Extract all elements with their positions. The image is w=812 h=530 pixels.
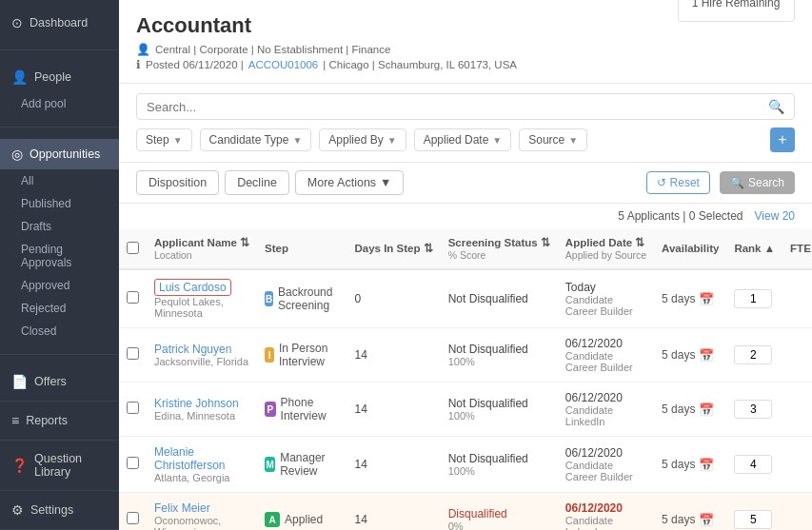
- applied-by-filter[interactable]: Applied By ▼: [319, 128, 406, 151]
- rank-input[interactable]: [734, 400, 772, 419]
- sidebar-item-dashboard[interactable]: ⊙ Dashboard: [0, 8, 119, 38]
- calendar-icon[interactable]: 📅: [699, 513, 714, 527]
- step-cell: I In Person Interview: [257, 328, 347, 383]
- screening-cell: Not Disqualified 100%: [441, 383, 558, 437]
- applicants-count: 5 Applicants | 0 Selected: [618, 209, 743, 223]
- applied-source: CandidateCareer Builder: [565, 294, 646, 317]
- step-badge: M Manager Review: [265, 451, 339, 478]
- table-container: Applicant Name ⇅ Location Step Days In S…: [119, 228, 812, 530]
- table-row: Kristine Johnson Edina, Minnesota P Phon…: [119, 383, 812, 437]
- meta-posted: Posted 06/11/2020 |: [146, 59, 244, 70]
- row-checkbox[interactable]: [127, 457, 139, 469]
- disposition-button[interactable]: Disposition: [136, 170, 219, 195]
- sidebar-item-people[interactable]: 👤 People: [0, 62, 119, 92]
- col-rank[interactable]: Rank ▲: [726, 228, 782, 269]
- rank-input[interactable]: [734, 289, 772, 308]
- rank-input[interactable]: [734, 455, 772, 474]
- rank-cell: [726, 383, 782, 437]
- action-buttons: Disposition Decline More Actions ▼: [136, 170, 404, 195]
- col-avail: Availability: [654, 228, 726, 269]
- search-btn-label: Search: [748, 176, 784, 189]
- calendar-icon[interactable]: 📅: [699, 292, 714, 306]
- more-actions-chevron-icon: ▼: [380, 176, 391, 189]
- more-actions-button[interactable]: More Actions ▼: [295, 170, 405, 195]
- applied-date-cell: 06/12/2020 CandidateLinkedIn: [558, 383, 654, 437]
- sidebar-item-drafts[interactable]: Drafts: [0, 215, 119, 238]
- applied-date-cell: Today CandidateCareer Builder: [558, 269, 654, 328]
- add-filter-button[interactable]: +: [770, 128, 795, 152]
- row-checkbox[interactable]: [127, 512, 139, 524]
- row-checkbox-cell: [119, 328, 147, 383]
- search-button[interactable]: 🔍 Search: [720, 171, 795, 194]
- applicant-name-link[interactable]: Kristine Johnson: [154, 397, 249, 410]
- source-filter[interactable]: Source ▼: [519, 128, 587, 151]
- screening-cell: Disqualified 0%: [441, 493, 558, 531]
- calendar-icon[interactable]: 📅: [699, 402, 714, 417]
- calendar-icon[interactable]: 📅: [699, 458, 714, 472]
- screening-status: Not Disqualified: [448, 343, 550, 356]
- step-filter[interactable]: Step ▼: [136, 128, 192, 151]
- row-checkbox[interactable]: [127, 347, 139, 360]
- sidebar-item-question-library[interactable]: ❓ Question Library: [0, 444, 119, 486]
- applicant-name-link[interactable]: Luis Cardoso: [154, 279, 231, 296]
- step-cell: B Backround Screening: [257, 269, 347, 328]
- applicant-name-link[interactable]: Felix Meier: [154, 501, 249, 515]
- availability-cell: 5 days 📅: [654, 437, 726, 493]
- row-checkbox[interactable]: [127, 402, 139, 414]
- applied-by-label: Applied By: [328, 133, 383, 147]
- rank-input[interactable]: [734, 345, 772, 364]
- col-applied[interactable]: Applied Date ⇅ Applied by Source: [558, 228, 654, 269]
- step-label: Backround Screening: [278, 285, 339, 312]
- col-name[interactable]: Applicant Name ⇅ Location: [147, 228, 257, 269]
- applicant-name-link[interactable]: Melanie Christofferson: [154, 445, 249, 472]
- select-all-checkbox[interactable]: [127, 242, 139, 254]
- fte-cell: [782, 493, 812, 531]
- search-icon: 🔍: [768, 99, 784, 114]
- availability-cell: 5 days 📅: [654, 493, 726, 531]
- sidebar-item-approved[interactable]: Approved: [0, 274, 119, 297]
- action-right: ↺ Reset 🔍 Search: [646, 171, 795, 194]
- step-badge: A Applied: [265, 512, 323, 527]
- days-cell: 14: [347, 328, 440, 383]
- sidebar-item-opportunities[interactable]: ◎ Opportunities: [0, 139, 119, 169]
- col-screening[interactable]: Screening Status ⇅ % Score: [441, 228, 558, 269]
- sidebar-item-add-pool[interactable]: Add pool: [0, 92, 119, 115]
- search-input[interactable]: [147, 100, 768, 114]
- job-code-link[interactable]: ACCOU01006: [248, 59, 319, 70]
- applicant-name-link[interactable]: Patrick Nguyen: [154, 343, 249, 356]
- reset-button[interactable]: ↺ Reset: [646, 171, 710, 194]
- col-fte[interactable]: FTE ⇅: [782, 228, 812, 269]
- rank-cell: [726, 437, 782, 493]
- col-days[interactable]: Days In Step ⇅: [347, 228, 440, 269]
- step-chevron-icon: ▼: [173, 135, 183, 146]
- days-cell: 14: [347, 383, 440, 437]
- applied-date: Today: [565, 281, 646, 294]
- page-header: Accountant 👤 Central | Corporate | No Es…: [119, 0, 812, 84]
- avail-value: 5 days 📅: [662, 348, 719, 363]
- sidebar-item-pending[interactable]: Pending Approvals: [0, 238, 119, 274]
- sidebar-item-reports[interactable]: ≡ Reports: [0, 405, 119, 436]
- sidebar-item-settings[interactable]: ⚙ Settings: [0, 495, 119, 525]
- rank-cell: [726, 269, 782, 328]
- meta-org: Central | Corporate | No Establishment |…: [155, 44, 390, 55]
- row-checkbox[interactable]: [127, 291, 139, 304]
- sidebar-item-all[interactable]: All: [0, 169, 119, 192]
- candidate-type-filter[interactable]: Candidate Type ▼: [200, 128, 312, 151]
- calendar-icon[interactable]: 📅: [699, 348, 714, 363]
- table-row: Felix Meier Oconomowoc, Wisconsin A Appl…: [119, 493, 812, 531]
- sidebar-item-closed[interactable]: Closed: [0, 320, 119, 343]
- fte-cell: [782, 328, 812, 383]
- applied-date-cell: 06/12/2020 CandidateIndeed: [558, 493, 654, 531]
- step-cell: M Manager Review: [257, 437, 347, 493]
- rank-input[interactable]: [734, 510, 772, 529]
- page-title: Accountant: [136, 13, 517, 38]
- decline-button[interactable]: Decline: [225, 170, 289, 195]
- screening-status: Disqualified: [448, 507, 550, 520]
- applied-date-filter[interactable]: Applied Date ▼: [414, 128, 512, 151]
- applicants-table: Applicant Name ⇅ Location Step Days In S…: [119, 228, 812, 530]
- days-value: 14: [354, 348, 366, 362]
- sidebar-item-offers[interactable]: 📄 Offers: [0, 366, 119, 397]
- sidebar-item-published[interactable]: Published: [0, 192, 119, 215]
- view-link[interactable]: View 20: [755, 209, 795, 223]
- sidebar-item-rejected[interactable]: Rejected: [0, 297, 119, 320]
